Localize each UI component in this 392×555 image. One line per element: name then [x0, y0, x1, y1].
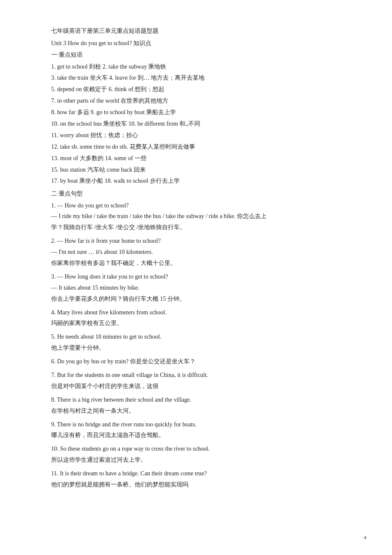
s5-en: 5. He needs about 10 minutes to get to s…: [51, 331, 341, 342]
s11-zh: 他们的梦想就是能拥有一条桥。他们的梦想能实现吗: [51, 479, 341, 490]
s4-en: 4. Mary lives about five kilometers from…: [51, 307, 341, 318]
s9-en: 9. There is no bridge and the river runs…: [51, 419, 341, 430]
section1-header: 一·重点短语: [51, 49, 341, 60]
s9-zh: 哪儿没有桥，而且河流太湍急不适合驾船。: [51, 430, 341, 441]
s2-en1: 2. — How far is it from your home to sch…: [51, 236, 341, 247]
vocab-item-9: 13. most of 大多数的 14. some of 一些: [51, 153, 341, 164]
s10-en: 10. So these students go on a rope way t…: [51, 443, 341, 454]
vocab-item-6: 10. on the school bus 乘坐校车 10. be differ…: [51, 118, 341, 129]
s2-en2: — I'm not sure … it's about 10 kilometer…: [51, 247, 341, 258]
vocab-item-2: 3. take the train 坐火车 4. leave for 到… 地方…: [51, 72, 341, 83]
s1-zh: 学？我骑自行车 /坐火车 /坐公交 /坐地铁骑自行车。: [51, 222, 341, 233]
s8-en: 8. There is a big river between their sc…: [51, 394, 341, 405]
sentence-list: 1. — How do you get to school? — I ride …: [51, 200, 341, 490]
vocab-item-7: 11. worry about 担忧；焦虑；担心: [51, 130, 341, 141]
vocab-item-5: 8. how far 多远 9. go to school by boat 乘船…: [51, 107, 341, 118]
page-content: 七年级英语下册第三单元重点短语题型题 Unit 3 How do you get…: [51, 26, 341, 490]
vocab-item-1: 1. get to school 到校 2. take the subway 乘…: [51, 61, 341, 72]
sentence-2: 2. — How far is it from your home to sch…: [51, 236, 341, 269]
vocab-item-11: 17. by boat 乘坐小船 18. walk to school 步行去上…: [51, 175, 341, 187]
sentence-9: 9. There is no bridge and the river runs…: [51, 419, 341, 441]
sentence-10: 10. So these students go on a rope way t…: [51, 443, 341, 466]
s8-zh: 在学校与村庄之间有一条大河。: [51, 405, 341, 417]
page-title: 七年级英语下册第三单元重点短语题型题: [51, 26, 341, 36]
s3-en2: — It takes about 15 minutes by bike.: [51, 282, 341, 293]
s5-zh: 他上学需要十分钟。: [51, 342, 341, 354]
s7-en: 7. But for the students in one small vil…: [51, 370, 341, 381]
section2-header: 二·重点句型: [51, 188, 341, 199]
vocab-item-4: 7. in other parts of the world 在世界的其他地方: [51, 95, 341, 106]
s6-en: 6. Do you go by bus or by train? 你是坐公交还是…: [51, 356, 341, 367]
s3-zh: 你去上学要花多久的时间？骑自行车大概 15 分钟。: [51, 293, 341, 305]
sentence-6: 6. Do you go by bus or by train? 你是坐公交还是…: [51, 356, 341, 367]
s4-zh: 玛丽的家离学校有五公里。: [51, 318, 341, 329]
vocab-item-3: 5. depend on 依赖定于 6. think of 想到；想起: [51, 84, 341, 95]
sentence-7: 7. But for the students in one small vil…: [51, 370, 341, 392]
page-number: 4: [364, 532, 367, 542]
s2-zh: 你家离你学校有多远？我不确定，大概十公里。: [51, 258, 341, 269]
sentence-3: 3. — How long does it take you to get to…: [51, 271, 341, 305]
s1-en2: — I ride my bike / take the train / take…: [51, 211, 341, 222]
sentence-1: 1. — How do you get to school? — I ride …: [51, 200, 341, 233]
vocab-item-8: 12. take sb. some time to do sth. 花费某人某些…: [51, 141, 341, 152]
sentence-11: 11. It is their dream to have a bridge. …: [51, 468, 341, 490]
sentence-4: 4. Mary lives about five kilometers from…: [51, 307, 341, 329]
unit-line: Unit 3 How do you get to school? 知识点: [51, 38, 341, 49]
sentence-8: 8. There is a big river between their sc…: [51, 394, 341, 417]
vocab-item-10: 15. bus station 汽车站 come back 回来: [51, 164, 341, 175]
s10-zh: 所以这些学生通过索道过河去上学。: [51, 454, 341, 466]
s11-en: 11. It is their dream to have a bridge. …: [51, 468, 341, 479]
s3-en1: 3. — How long does it take you to get to…: [51, 271, 341, 282]
s7-zh: 但是对中国某个小村庄的学生来说，这很: [51, 381, 341, 392]
s1-en1: 1. — How do you get to school?: [51, 200, 341, 211]
sentence-5: 5. He needs about 10 minutes to get to s…: [51, 331, 341, 354]
vocab-items: 1. get to school 到校 2. take the subway 乘…: [51, 61, 341, 187]
